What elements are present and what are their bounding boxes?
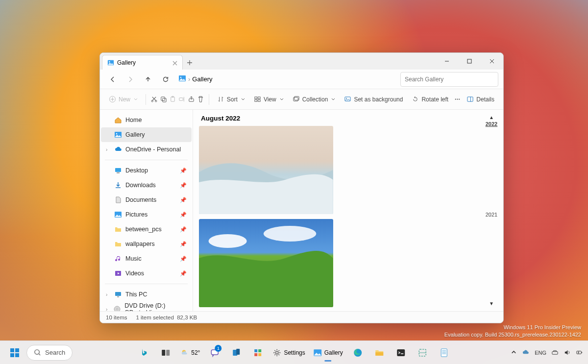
taskbar-phone-link-icon[interactable] [226, 343, 246, 363]
address-bar: › Gallery [100, 70, 503, 89]
collection-button[interactable]: Collection [289, 92, 340, 107]
close-window-button[interactable] [481, 53, 503, 70]
sidebar-item-desktop[interactable]: Desktop📌 [101, 163, 192, 178]
taskbar-settings[interactable]: Settings [270, 343, 308, 363]
maximize-button[interactable] [458, 53, 481, 70]
tab-gallery[interactable]: Gallery [102, 55, 183, 70]
timeline-up-icon[interactable]: ▲ [489, 115, 494, 120]
rotate-left-button[interactable]: Rotate left [408, 92, 452, 107]
svg-rect-61 [258, 349, 261, 352]
start-button[interactable] [5, 343, 24, 363]
cut-button[interactable] [150, 92, 158, 107]
status-selection: 1 item selected 82,3 KB [136, 315, 197, 320]
tray-battery-icon[interactable] [576, 349, 583, 356]
svg-point-22 [455, 98, 456, 99]
minimize-button[interactable] [436, 53, 458, 70]
svg-point-64 [276, 351, 278, 354]
svg-rect-29 [117, 172, 120, 173]
sidebar-item-videos[interactable]: Videos📌 [101, 266, 192, 281]
explorer-body: Home Gallery › OneDrive - Personal Deskt… [100, 110, 503, 311]
tab-close-icon[interactable] [172, 60, 177, 65]
svg-point-24 [459, 98, 460, 99]
svg-rect-51 [10, 353, 14, 357]
sidebar-item-home[interactable]: Home [101, 113, 192, 127]
rename-button[interactable] [178, 92, 186, 107]
sidebar-item-downloads[interactable]: Downloads📌 [101, 178, 192, 193]
tray-volume-icon[interactable] [564, 349, 571, 356]
taskbar-taskview-icon[interactable] [156, 343, 175, 363]
delete-button[interactable] [196, 92, 205, 107]
svg-point-35 [117, 309, 118, 310]
taskbar-snipping-icon[interactable] [413, 343, 432, 363]
view-button[interactable]: View [250, 92, 288, 107]
new-tab-button[interactable] [183, 56, 196, 70]
tray-chevron-icon[interactable] [510, 349, 517, 356]
sidebar-item-this-pc[interactable]: › This PC [101, 287, 192, 302]
sort-button[interactable]: Sort [213, 92, 249, 107]
svg-rect-68 [397, 349, 405, 356]
taskbar-explorer-gallery[interactable]: Gallery [310, 343, 346, 363]
svg-rect-25 [467, 97, 473, 101]
gallery-view[interactable]: August 2022 [193, 110, 480, 311]
timeline-scrubber[interactable]: ▲ 2022 2021 ▼ [480, 110, 503, 311]
taskbar-widgets-icon[interactable] [248, 343, 268, 363]
sidebar-item-documents[interactable]: Documents📌 [101, 193, 192, 207]
gallery-thumbnail[interactable] [199, 219, 333, 307]
taskbar-search[interactable]: Search [26, 345, 73, 361]
pictures-icon [107, 59, 114, 66]
gallery-thumbnail[interactable] [199, 126, 333, 214]
new-button[interactable]: New [105, 92, 142, 107]
set-as-background-button[interactable]: Set as background [340, 92, 407, 107]
chevron-right-icon[interactable]: › [106, 147, 111, 152]
chevron-right-icon[interactable]: › [106, 307, 110, 312]
svg-rect-17 [258, 99, 260, 101]
tray-network-icon[interactable] [551, 349, 559, 356]
taskbar-bing-icon[interactable] [134, 343, 154, 363]
paste-button[interactable] [169, 92, 177, 107]
gear-icon [272, 348, 281, 357]
taskbar-edge-icon[interactable] [348, 343, 368, 363]
refresh-button[interactable] [158, 72, 173, 87]
timeline-year-current[interactable]: 2022 [486, 121, 497, 127]
cloud-icon [114, 146, 122, 153]
tray-onedrive-icon[interactable] [522, 349, 530, 356]
system-tray[interactable]: ENG [510, 349, 583, 356]
tab-title: Gallery [117, 59, 136, 66]
copy-button[interactable] [159, 92, 168, 107]
svg-rect-12 [179, 98, 183, 101]
sidebar-item-dvd[interactable]: › DVD Drive (D:) GParted-live [101, 302, 192, 311]
taskbar-chat-icon[interactable]: 1 [205, 343, 224, 363]
svg-rect-9 [162, 98, 166, 102]
sidebar-item-wallpapers[interactable]: wallpapers📌 [101, 237, 192, 251]
search-box[interactable] [400, 72, 498, 87]
svg-rect-28 [115, 168, 121, 172]
chevron-right-icon[interactable]: › [106, 292, 111, 297]
desktop-icon [114, 167, 122, 174]
taskbar-notepad-icon[interactable] [434, 343, 454, 363]
svg-point-4 [180, 77, 181, 78]
search-input[interactable] [405, 76, 494, 83]
svg-rect-2 [467, 59, 471, 63]
sidebar-item-between-pcs[interactable]: between_pcs📌 [101, 222, 192, 237]
sidebar-item-gallery[interactable]: Gallery [101, 127, 192, 142]
sidebar-item-music[interactable]: Music📌 [101, 251, 192, 266]
back-button[interactable] [105, 72, 121, 87]
pin-icon: 📌 [180, 270, 187, 277]
up-button[interactable] [140, 72, 156, 87]
taskbar-weather[interactable]: 52° [177, 343, 203, 363]
timeline-year[interactable]: 2021 [486, 212, 497, 218]
svg-rect-16 [255, 99, 257, 101]
more-button[interactable] [453, 92, 462, 107]
share-button[interactable] [187, 92, 196, 107]
tray-language[interactable]: ENG [535, 350, 546, 356]
details-pane-button[interactable]: Details [463, 92, 498, 107]
timeline-down-icon[interactable]: ▼ [489, 301, 494, 306]
taskbar-terminal-icon[interactable] [391, 343, 411, 363]
sidebar-item-onedrive[interactable]: › OneDrive - Personal [101, 142, 192, 157]
svg-rect-8 [161, 97, 165, 101]
breadcrumb[interactable]: › Gallery [178, 74, 213, 84]
taskbar-explorer-icon[interactable] [369, 343, 389, 363]
sidebar-item-pictures[interactable]: Pictures📌 [101, 207, 192, 222]
breadcrumb-location[interactable]: Gallery [192, 75, 212, 83]
forward-button[interactable] [122, 72, 138, 87]
